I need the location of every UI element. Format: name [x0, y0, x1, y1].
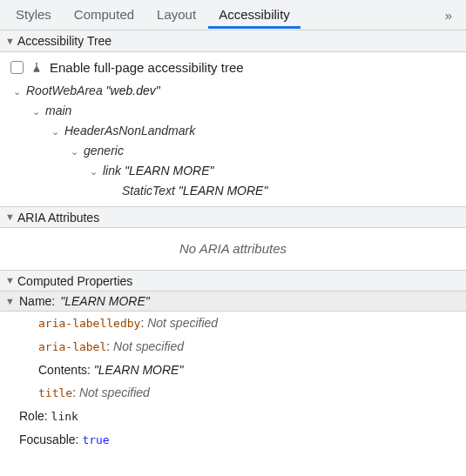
chevron-down-icon: ⌄ [51, 122, 59, 141]
computed-properties-body: ▼ Name: LEARN MORE aria-labelledby: Not … [0, 292, 466, 459]
tree-node-generic[interactable]: ⌄ generic [64, 141, 459, 161]
tree-node-main[interactable]: ⌄ main [26, 101, 459, 121]
cp-aria-labelledby: aria-labelledby: Not specified [0, 312, 466, 335]
section-title: Accessibility Tree [17, 34, 111, 48]
enable-full-page-row: Enable full-page accessibility tree [7, 57, 459, 81]
accessibility-tree-body: Enable full-page accessibility tree ⌄ Ro… [0, 52, 466, 206]
cp-name-value: LEARN MORE [60, 294, 150, 308]
cp-name-row[interactable]: ▼ Name: LEARN MORE [0, 292, 466, 312]
disclosure-triangle-icon: ▼ [5, 212, 14, 222]
cp-title: title: Not specified [0, 381, 466, 405]
chevron-down-icon: ⌄ [70, 142, 78, 161]
cp-aria-label: aria-label: Not specified [0, 335, 466, 359]
cp-role: Role: link [0, 405, 466, 428]
more-tabs-button[interactable]: » [436, 8, 461, 23]
tab-computed[interactable]: Computed [64, 1, 145, 29]
cp-focusable: Focusable: true [0, 428, 466, 452]
chevron-down-icon: ⌄ [31, 102, 40, 121]
tree-node-statictext[interactable]: ⌄ StaticText LEARN MORE [103, 181, 459, 201]
disclosure-triangle-icon: ▼ [5, 276, 14, 285]
panel-tabs: Styles Computed Layout Accessibility » [0, 0, 466, 30]
disclosure-triangle-icon: ▼ [5, 297, 14, 306]
enable-full-page-label: Enable full-page accessibility tree [50, 60, 244, 75]
enable-full-page-checkbox[interactable] [10, 61, 24, 74]
aria-empty-message: No ARIA attributes [7, 232, 459, 265]
chevron-down-icon: ⌄ [12, 82, 21, 101]
tab-accessibility[interactable]: Accessibility [208, 1, 301, 29]
experiment-flask-icon [30, 62, 43, 74]
section-header-accessibility-tree[interactable]: ▼ Accessibility Tree [0, 30, 466, 52]
tree-node-rootwebarea[interactable]: ⌄ RootWebArea web.dev [7, 81, 459, 101]
cp-contents: Contents: LEARN MORE [0, 359, 466, 381]
section-title: ARIA Attributes [17, 211, 99, 225]
tree-node-link[interactable]: ⌄ link LEARN MORE [84, 161, 459, 181]
tab-styles[interactable]: Styles [5, 1, 62, 29]
section-header-aria-attributes[interactable]: ▼ ARIA Attributes [0, 206, 466, 228]
accessibility-tree: ⌄ RootWebArea web.dev ⌄ main ⌄ HeaderAsN… [7, 81, 459, 201]
cp-name-label: Name: [19, 294, 55, 308]
tab-layout[interactable]: Layout [146, 1, 206, 29]
disclosure-triangle-icon: ▼ [5, 37, 14, 46]
section-header-computed-properties[interactable]: ▼ Computed Properties [0, 270, 466, 292]
aria-attributes-body: No ARIA attributes [0, 228, 466, 270]
section-title: Computed Properties [17, 274, 132, 288]
tree-node-header[interactable]: ⌄ HeaderAsNonLandmark [45, 121, 459, 141]
chevron-down-icon: ⌄ [89, 162, 98, 181]
